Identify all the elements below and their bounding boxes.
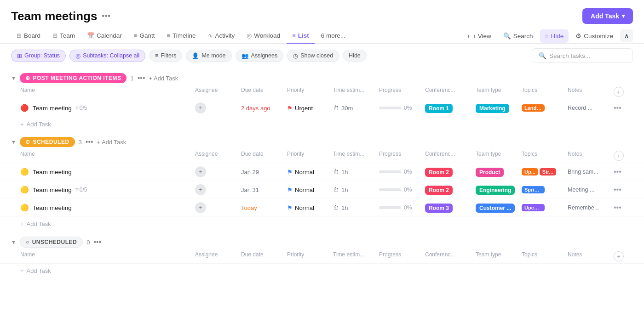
topics-cell[interactable]: Sprint Re... — [522, 186, 568, 193]
timer-icon: ⏱ — [333, 169, 339, 175]
tab-calendar[interactable]: 📅 Calendar — [81, 28, 127, 44]
col-teamtype: Team type — [476, 87, 522, 97]
list-icon: ≡ — [292, 32, 296, 39]
section-post-meeting: ▼ ⊕ POST MEETING ACTION ITEMS 1 ••• + Ad… — [0, 68, 644, 131]
topics-cell[interactable]: Upcomin... — [522, 204, 568, 211]
add-column-button[interactable]: + — [614, 87, 624, 97]
task-name-cell: 🟡 Team meeting — [20, 204, 195, 212]
conference-cell[interactable]: Room 1 — [425, 104, 476, 112]
add-task-row[interactable]: + Add Task — [0, 217, 644, 231]
team-cell[interactable]: Marketing — [476, 104, 522, 112]
due-date-cell[interactable]: Today — [241, 204, 287, 211]
topics-cell[interactable]: Up... Str... — [522, 168, 568, 175]
search-button[interactable]: 🔍 Search — [498, 29, 538, 43]
row-more-icon[interactable]: ••• — [614, 168, 627, 176]
table-header-post-meeting: Name Assignee Due date Priority Time est… — [0, 85, 644, 99]
row-more-icon[interactable]: ••• — [614, 186, 627, 194]
view-button[interactable]: + + View — [461, 29, 496, 43]
page-title: Team meetings — [11, 9, 97, 23]
section-header-scheduled[interactable]: ▼ ⊙ SCHEDULED 3 ••• + Add Task — [0, 131, 644, 149]
priority-cell[interactable]: ⚑ Normal — [287, 169, 333, 175]
team-badge: Product — [476, 168, 504, 177]
add-task-row[interactable]: + Add Task — [0, 264, 644, 278]
assignee-cell[interactable]: + — [195, 184, 241, 195]
add-column-button[interactable]: + — [614, 251, 624, 261]
add-column-button[interactable]: + — [614, 151, 624, 161]
search-input[interactable]: 🔍 Search tasks... — [532, 48, 633, 63]
calendar-icon: 📅 — [87, 32, 94, 39]
memode-chip[interactable]: 👤 Me mode — [186, 50, 231, 62]
assignee-add-icon[interactable]: + — [195, 184, 206, 195]
tab-timeline[interactable]: ≡ Timeline — [161, 28, 201, 44]
board-icon: ⊞ — [17, 32, 22, 39]
tab-gantt[interactable]: ≡ Gantt — [128, 28, 161, 44]
showclosed-chip[interactable]: ◷ Show closed — [287, 50, 339, 62]
priority-cell[interactable]: ⚑ Normal — [287, 187, 333, 193]
nav-tabs: ⊞ Board ⊞ Team 📅 Calendar ≡ Gantt ≡ Time… — [0, 24, 644, 44]
priority-cell[interactable]: ⚑ Urgent — [287, 105, 333, 112]
section-badge-unscheduled: ○ UNSCHEDULED — [20, 237, 83, 248]
section-dots[interactable]: ••• — [138, 74, 145, 82]
group-status-chip[interactable]: ⊞ Group: Status — [11, 50, 66, 62]
hide-button[interactable]: ≡ Hide — [540, 29, 569, 43]
conference-cell[interactable]: Room 2 — [425, 186, 476, 193]
more-options-icon[interactable]: ••• — [102, 11, 110, 21]
conference-cell[interactable]: Room 2 — [425, 168, 476, 175]
activity-icon: ∿ — [208, 32, 213, 39]
progress-bar — [379, 206, 401, 209]
assignee-add-icon[interactable]: + — [195, 102, 206, 113]
assignee-add-icon[interactable]: + — [195, 166, 206, 177]
col-timeestim: Time estim... — [333, 87, 379, 97]
tab-activity[interactable]: ∿ Activity — [202, 28, 241, 44]
section-add-task-link[interactable]: + Add Task — [97, 139, 126, 146]
progress-cell: 0% — [379, 105, 425, 111]
subtasks-chip[interactable]: ◎ Subtasks: Collapse all — [69, 50, 145, 62]
section-dots[interactable]: ••• — [93, 238, 101, 246]
due-date-cell[interactable]: 2 days ago — [241, 105, 287, 112]
section-header-unscheduled[interactable]: ▼ ○ UNSCHEDULED 0 ••• — [0, 231, 644, 249]
row-more-icon[interactable]: ••• — [614, 104, 627, 112]
team-cell[interactable]: Product — [476, 168, 522, 175]
task-name-cell: 🔴 Team meeting ≡ 0/5 — [20, 104, 195, 112]
topic-badge: Sprint Re... — [522, 186, 545, 193]
hide-icon: ≡ — [545, 33, 549, 40]
tab-more[interactable]: 6 more... — [316, 28, 351, 44]
table-row: 🟡 Team meeting ≡ 0/5 + Jan 31 ⚑ Normal ⏱ — [0, 181, 644, 199]
conference-cell[interactable]: Room 3 — [425, 204, 476, 211]
tab-board[interactable]: ⊞ Board — [11, 28, 46, 44]
search-icon: 🔍 — [503, 32, 511, 40]
due-date-cell[interactable]: Jan 31 — [241, 187, 287, 193]
status-icon: ○ — [26, 239, 29, 245]
tab-list[interactable]: ≡ List — [287, 28, 315, 44]
assignee-cell[interactable]: + — [195, 166, 241, 177]
customize-button[interactable]: ⚙ Customize — [570, 29, 618, 43]
collapse-button[interactable]: ∧ — [620, 29, 633, 42]
section-dots[interactable]: ••• — [86, 138, 93, 146]
add-task-row[interactable]: + Add Task — [0, 117, 644, 131]
assignee-cell[interactable]: + — [195, 102, 241, 113]
hide-chip[interactable]: Hide — [343, 50, 367, 62]
filters-chip[interactable]: ≡ Filters — [149, 50, 182, 62]
header: Team meetings ••• Add Task ▾ — [0, 0, 644, 24]
progress-cell: 0% — [379, 169, 425, 175]
task-status-icon: 🔴 — [20, 104, 29, 112]
topic-badge: Str... — [540, 168, 556, 175]
tab-workload[interactable]: ◎ Workload — [241, 28, 286, 44]
timer-icon: ⏱ — [333, 204, 339, 211]
assignee-cell[interactable]: + — [195, 202, 241, 213]
row-more-icon[interactable]: ••• — [614, 204, 627, 212]
section-header-post-meeting[interactable]: ▼ ⊕ POST MEETING ACTION ITEMS 1 ••• + Ad… — [0, 68, 644, 85]
section-add-task-link[interactable]: + Add Task — [149, 75, 178, 82]
table-row: 🟡 Team meeting + Jan 29 ⚑ Normal ⏱ 1h — [0, 163, 644, 181]
add-task-button[interactable]: Add Task ▾ — [582, 8, 633, 24]
topics-cell[interactable]: Landing P... — [522, 104, 568, 112]
priority-cell[interactable]: ⚑ Normal — [287, 204, 333, 211]
plus-icon: + — [466, 33, 470, 40]
team-cell[interactable]: Engineering — [476, 186, 522, 193]
tab-team[interactable]: ⊞ Team — [47, 28, 80, 44]
assignees-chip[interactable]: 👥 Assignees — [236, 50, 284, 62]
due-date-cell[interactable]: Jan 29 — [241, 169, 287, 175]
assignee-add-icon[interactable]: + — [195, 202, 206, 213]
team-cell[interactable]: Customer ... — [476, 204, 522, 211]
progress-bar — [379, 170, 401, 173]
